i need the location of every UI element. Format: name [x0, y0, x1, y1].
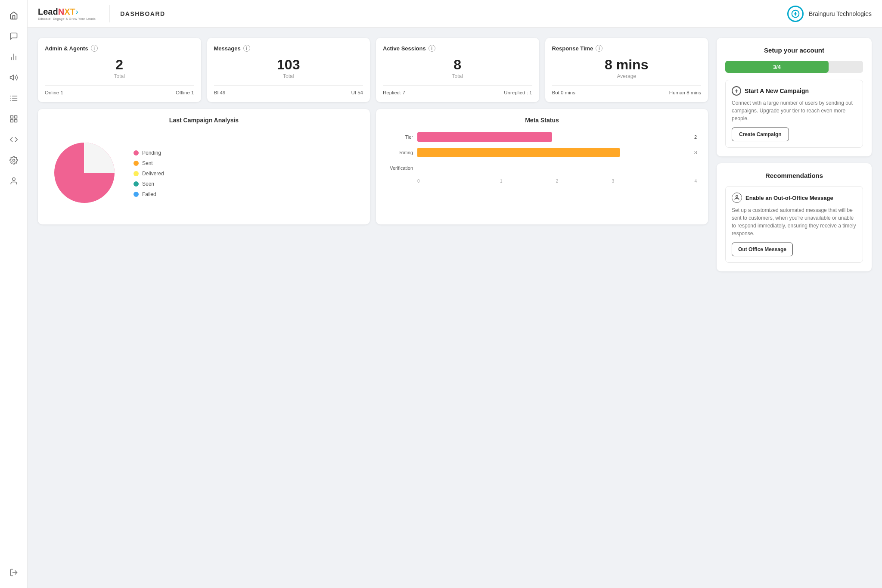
- bar-row-verification: Verification: [387, 163, 697, 173]
- legend-pending: Pending: [134, 150, 164, 156]
- rec-description: Set up a customized automated message th…: [732, 206, 857, 237]
- recommendations-card: Recommendations Enable an Out-of-Office …: [717, 163, 872, 271]
- header-divider: [109, 5, 110, 22]
- bar-label-rating: Rating: [387, 150, 413, 155]
- active-sessions-card: Active Sessions i 8 Total Replied: 7 Unr…: [376, 38, 539, 102]
- content-area: Admin & Agents i 2 Total Online 1 Offlin…: [28, 28, 882, 588]
- axis-1: 1: [473, 179, 529, 184]
- axis-3: 3: [585, 179, 641, 184]
- logo-lead: Lead: [38, 7, 58, 17]
- progress-bar-track: 3/4: [725, 61, 863, 73]
- messages-footer-left: BI 49: [214, 90, 226, 95]
- sidebar-item-home[interactable]: [5, 7, 22, 24]
- logo-xt: XT: [64, 7, 75, 17]
- bar-row-rating: Rating 3: [387, 148, 697, 157]
- meta-status-card: Meta Status Tier 2 Rating: [376, 109, 708, 224]
- stats-row: Admin & Agents i 2 Total Online 1 Offlin…: [38, 38, 708, 102]
- setup-title: Setup your account: [725, 47, 863, 54]
- sidebar-item-widgets[interactable]: [5, 110, 22, 128]
- left-panel: Admin & Agents i 2 Total Online 1 Offlin…: [38, 38, 708, 578]
- svg-point-15: [12, 178, 15, 181]
- messages-card: Messages i 103 Total BI 49 UI 54: [207, 38, 370, 102]
- bar-label-verification: Verification: [387, 165, 413, 171]
- messages-title: Messages: [214, 45, 241, 52]
- admin-agents-info-icon[interactable]: i: [91, 45, 98, 52]
- svg-point-18: [794, 12, 796, 15]
- progress-text: 3/4: [773, 64, 781, 70]
- logo-arrow: ›: [76, 7, 78, 16]
- sidebar-item-analytics[interactable]: [5, 48, 22, 65]
- messages-label: Total: [214, 73, 363, 79]
- bar-row-tier: Tier 2: [387, 132, 697, 142]
- rec-block: Enable an Out-of-Office Message Set up a…: [725, 186, 863, 263]
- create-campaign-button[interactable]: Create Campaign: [732, 128, 789, 141]
- sidebar-item-chat[interactable]: [5, 28, 22, 45]
- recommendations-title: Recommendations: [725, 172, 863, 179]
- campaign-block: + Start A New Campaign Connect with a la…: [725, 80, 863, 148]
- svg-rect-12: [14, 120, 17, 122]
- admin-agents-title: Admin & Agents: [45, 45, 88, 52]
- response-time-footer-right: Human 8 mins: [669, 90, 701, 95]
- legend-seen: Seen: [134, 181, 164, 187]
- svg-marker-3: [10, 75, 13, 80]
- bar-chart-container: Tier 2 Rating 3: [384, 131, 700, 185]
- admin-agents-footer-right: Offline 1: [176, 90, 194, 95]
- axis-2: 2: [529, 179, 585, 184]
- response-time-title: Response Time: [552, 45, 593, 52]
- response-time-footer-left: Bot 0 mins: [552, 90, 575, 95]
- logo-area: Lead N XT › Educate, Engage & Grow Your …: [38, 7, 109, 21]
- progress-bar-fill: 3/4: [725, 61, 829, 73]
- legend-delivered-label: Delivered: [142, 171, 164, 177]
- campaign-analysis-card: Last Campaign Analysis: [38, 109, 370, 224]
- logo-subtitle: Educate, Engage & Grow Your Leads: [38, 17, 96, 21]
- sidebar-item-list[interactable]: [5, 90, 22, 107]
- rec-block-title: Enable an Out-of-Office Message: [745, 195, 833, 201]
- active-sessions-title: Active Sessions: [383, 45, 426, 52]
- axis-4: 4: [641, 179, 697, 184]
- setup-card: Setup your account 3/4 + Start A New Cam…: [717, 38, 872, 156]
- active-sessions-info-icon[interactable]: i: [429, 45, 435, 52]
- pie-container: Pending Sent Delivered: [46, 131, 362, 217]
- legend-pending-label: Pending: [142, 150, 161, 156]
- sidebar-item-profile[interactable]: [5, 172, 22, 190]
- sidebar-item-campaigns[interactable]: [5, 69, 22, 86]
- legend-seen-label: Seen: [142, 181, 154, 187]
- response-time-number: 8 mins: [552, 58, 702, 72]
- sidebar-item-logout[interactable]: [5, 564, 22, 581]
- admin-agents-number: 2: [45, 58, 194, 72]
- axis-0: 0: [417, 179, 473, 184]
- admin-agents-card: Admin & Agents i 2 Total Online 1 Offlin…: [38, 38, 201, 102]
- legend-sent-label: Sent: [142, 160, 153, 166]
- out-office-button[interactable]: Out Office Message: [732, 243, 793, 256]
- logo: Lead N XT › Educate, Engage & Grow Your …: [38, 7, 96, 21]
- logo-n: N: [58, 7, 64, 17]
- svg-rect-10: [10, 116, 13, 118]
- admin-agents-label: Total: [45, 73, 194, 79]
- brand-name: Brainguru Technologies: [809, 10, 872, 17]
- header-right: Brainguru Technologies: [787, 6, 872, 22]
- meta-status-title: Meta Status: [384, 117, 700, 124]
- legend-failed-label: Failed: [142, 191, 156, 197]
- active-sessions-number: 8: [383, 58, 532, 72]
- sidebar: [0, 0, 28, 588]
- bar-track-tier: [417, 132, 687, 142]
- main-wrapper: Lead N XT › Educate, Engage & Grow Your …: [28, 0, 882, 588]
- active-sessions-label: Total: [383, 73, 532, 79]
- campaign-analysis-title: Last Campaign Analysis: [46, 117, 362, 124]
- sidebar-item-settings[interactable]: [5, 152, 22, 169]
- sidebar-item-code[interactable]: [5, 131, 22, 148]
- charts-row: Last Campaign Analysis: [38, 109, 708, 224]
- response-time-info-icon[interactable]: i: [596, 45, 602, 52]
- bar-track-rating: [417, 148, 687, 157]
- right-panel: Setup your account 3/4 + Start A New Cam…: [717, 38, 872, 578]
- bar-label-tier: Tier: [387, 134, 413, 140]
- svg-rect-11: [14, 116, 17, 118]
- legend-delivered: Delivered: [134, 171, 164, 177]
- bar-axis: 0 1 2 3 4: [417, 179, 697, 184]
- campaign-plus-icon: +: [732, 86, 741, 96]
- messages-info-icon[interactable]: i: [243, 45, 250, 52]
- rec-person-icon: [732, 193, 742, 203]
- messages-footer-right: UI 54: [351, 90, 363, 95]
- response-time-card: Response Time i 8 mins Average Bot 0 min…: [545, 38, 708, 102]
- active-sessions-footer-right: Unreplied : 1: [504, 90, 532, 95]
